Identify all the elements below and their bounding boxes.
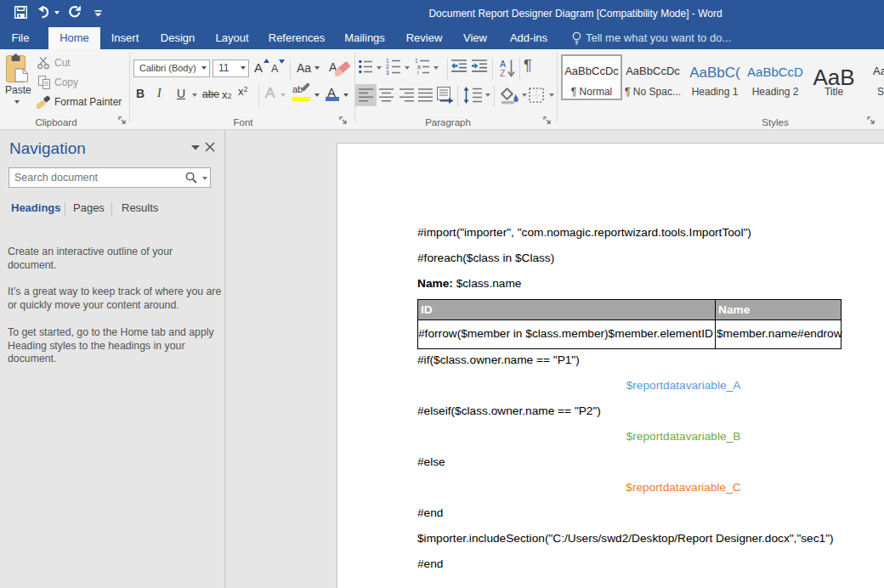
svg-text:1: 1 bbox=[415, 58, 418, 64]
svg-text:3: 3 bbox=[386, 70, 389, 76]
svg-text:a: a bbox=[417, 64, 421, 70]
svg-text:i: i bbox=[417, 70, 418, 75]
svg-text:Z: Z bbox=[500, 68, 506, 78]
svg-text:2: 2 bbox=[386, 64, 389, 70]
